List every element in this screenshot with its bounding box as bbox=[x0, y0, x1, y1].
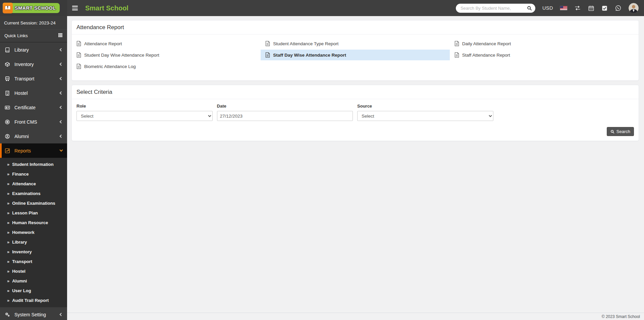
file-icon bbox=[265, 41, 270, 46]
header-actions: USD bbox=[456, 3, 644, 13]
sidebar-item-inventory[interactable]: Inventory bbox=[0, 57, 67, 71]
role-select[interactable]: Select bbox=[76, 111, 213, 121]
link-student-day-wise-attendance-report[interactable]: Student Day Wise Attendance Report bbox=[72, 50, 261, 60]
double-chevron-icon: » bbox=[7, 298, 9, 303]
submenu-item-lesson-plan[interactable]: »Lesson Plan bbox=[0, 208, 67, 218]
bus-icon bbox=[5, 76, 10, 81]
us-flag-icon[interactable] bbox=[560, 6, 567, 10]
sidebar-item-transport[interactable]: Transport bbox=[0, 71, 67, 86]
submenu-item-student-information[interactable]: »Student Information bbox=[0, 159, 67, 169]
double-chevron-icon: » bbox=[7, 288, 9, 293]
sidebar-item-library[interactable]: Library bbox=[0, 43, 67, 57]
grid-icon[interactable] bbox=[58, 33, 63, 39]
double-chevron-icon: » bbox=[7, 230, 9, 235]
search-button[interactable]: Search bbox=[607, 127, 634, 136]
select-criteria-card: Select Criteria Role Select Date Source … bbox=[71, 85, 639, 141]
submenu-item-finance[interactable]: »Finance bbox=[0, 169, 67, 179]
role-field: Role Select bbox=[76, 104, 213, 121]
submenu-item-audit-trail-report[interactable]: »Audit Trail Report bbox=[0, 296, 67, 305]
user-avatar[interactable] bbox=[629, 3, 639, 13]
quick-links-label: Quick Links bbox=[4, 33, 28, 38]
sidebar-item-front-cms[interactable]: Front CMS bbox=[0, 115, 67, 129]
chevron-left-icon bbox=[60, 63, 63, 66]
attendance-report-card: Attendance Report Attendance Report Stud… bbox=[71, 20, 639, 81]
check-square-icon[interactable] bbox=[601, 5, 608, 11]
hamburger-menu-icon[interactable] bbox=[72, 6, 78, 10]
gears-icon bbox=[5, 312, 10, 317]
whatsapp-icon[interactable] bbox=[615, 5, 622, 11]
quick-links[interactable]: Quick Links bbox=[0, 29, 67, 43]
footer: © 2023 Smart School bbox=[67, 313, 644, 320]
link-student-attendance-type-report[interactable]: Student Attendance Type Report bbox=[261, 38, 449, 49]
chevron-left-icon bbox=[60, 106, 63, 109]
calendar-icon[interactable] bbox=[588, 5, 594, 11]
search-icon bbox=[610, 130, 614, 134]
date-input[interactable] bbox=[217, 111, 353, 121]
search-icon[interactable] bbox=[527, 6, 532, 11]
sidebar-item-system-setting[interactable]: System Setting bbox=[0, 307, 67, 320]
chevron-left-icon bbox=[60, 91, 63, 95]
submenu-item-homework[interactable]: »Homework bbox=[0, 228, 67, 237]
submenu-item-library[interactable]: »Library bbox=[0, 237, 67, 247]
sidebar-item-label: Hostel bbox=[14, 90, 28, 96]
select-criteria-title: Select Criteria bbox=[72, 85, 639, 99]
link-daily-attendance-report[interactable]: Daily Attendance Report bbox=[450, 38, 639, 49]
logo-area[interactable]: SMART SCHOOL bbox=[0, 0, 67, 16]
source-select[interactable]: Select bbox=[357, 111, 493, 121]
chevron-down-icon bbox=[60, 148, 63, 152]
submenu-item-alumni[interactable]: »Alumni bbox=[0, 276, 67, 286]
chart-line-icon bbox=[5, 148, 10, 153]
sidebar-item-label: Front CMS bbox=[14, 119, 37, 125]
double-chevron-icon: » bbox=[7, 201, 9, 206]
submenu-item-examinations[interactable]: »Examinations bbox=[0, 189, 67, 198]
link-attendance-report[interactable]: Attendance Report bbox=[72, 38, 261, 49]
submenu-item-attendance[interactable]: »Attendance bbox=[0, 179, 67, 189]
submenu-item-user-log[interactable]: »User Log bbox=[0, 286, 67, 296]
criteria-form: Role Select Date Source Select bbox=[72, 99, 639, 122]
date-label: Date bbox=[217, 104, 353, 109]
user-circle-icon bbox=[5, 134, 10, 139]
globe-icon bbox=[5, 119, 10, 125]
submenu-item-human-resource[interactable]: »Human Resource bbox=[0, 218, 67, 228]
reports-submenu: »Student Information »Finance »Attendanc… bbox=[0, 158, 67, 307]
submenu-item-transport[interactable]: »Transport bbox=[0, 257, 67, 266]
sidebar-item-certificate[interactable]: Certificate bbox=[0, 100, 67, 115]
link-staff-day-wise-attendance-report[interactable]: Staff Day Wise Attendance Report bbox=[261, 50, 449, 60]
sidebar-item-reports[interactable]: Reports bbox=[0, 143, 67, 158]
chevron-left-icon bbox=[60, 135, 63, 138]
sidebar-item-label: Alumni bbox=[14, 134, 29, 139]
currency-selector[interactable]: USD bbox=[542, 5, 553, 11]
sidebar-item-label: Transport bbox=[14, 76, 34, 81]
logo-text: SMART SCHOOL bbox=[15, 5, 56, 11]
date-field: Date bbox=[217, 104, 353, 121]
file-icon bbox=[76, 52, 81, 58]
link-staff-attendance-report[interactable]: Staff Attendance Report bbox=[450, 50, 639, 60]
double-chevron-icon: » bbox=[7, 278, 9, 283]
link-biometric-attendance-log[interactable]: Biometric Attendance Log bbox=[72, 61, 261, 72]
submenu-item-inventory[interactable]: »Inventory bbox=[0, 247, 67, 257]
search-input[interactable] bbox=[461, 6, 527, 11]
submenu-item-hostel[interactable]: »Hostel bbox=[0, 266, 67, 276]
main-content: Attendance Report Attendance Report Stud… bbox=[67, 16, 644, 313]
file-icon bbox=[76, 41, 81, 46]
double-chevron-icon: » bbox=[7, 181, 9, 186]
criteria-actions: Search bbox=[72, 122, 639, 141]
double-chevron-icon: » bbox=[7, 259, 9, 264]
copyright-text: © 2023 Smart School bbox=[602, 314, 640, 319]
chevron-left-icon bbox=[60, 77, 63, 80]
box-icon bbox=[5, 62, 10, 67]
app-title: Smart School bbox=[85, 4, 128, 12]
swap-arrows-icon[interactable] bbox=[574, 5, 581, 11]
sidebar-item-label: Reports bbox=[14, 148, 31, 153]
submenu-item-online-examinations[interactable]: »Online Examinations bbox=[0, 198, 67, 208]
double-chevron-icon: » bbox=[7, 172, 9, 177]
sidebar-item-alumni[interactable]: Alumni bbox=[0, 129, 67, 143]
double-chevron-icon: » bbox=[7, 269, 9, 274]
double-chevron-icon: » bbox=[7, 220, 9, 225]
chevron-left-icon bbox=[60, 313, 63, 316]
header-search[interactable] bbox=[456, 4, 535, 13]
sidebar-item-label: Inventory bbox=[14, 62, 34, 67]
file-icon bbox=[454, 52, 459, 58]
source-field: Source Select bbox=[357, 104, 493, 121]
sidebar-item-hostel[interactable]: Hostel bbox=[0, 86, 67, 100]
